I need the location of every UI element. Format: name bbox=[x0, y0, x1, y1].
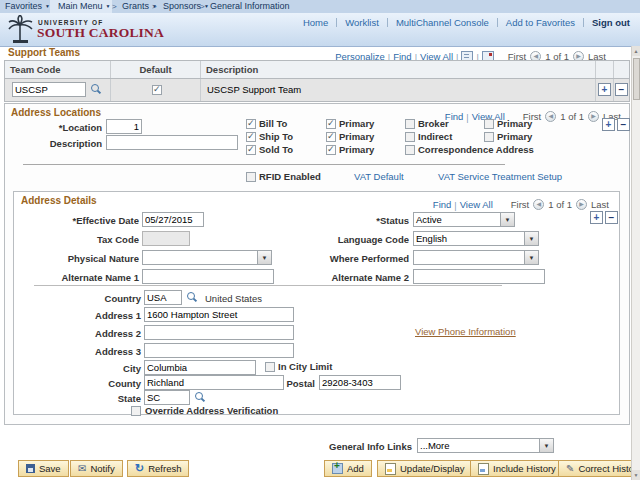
indirect-primary-checkbox[interactable] bbox=[484, 132, 494, 142]
correct-history-button[interactable]: Correct History bbox=[558, 460, 640, 477]
broker-primary-checkbox[interactable] bbox=[484, 119, 494, 129]
language-code-dropdown[interactable]: English bbox=[413, 231, 539, 246]
effective-date-input[interactable] bbox=[142, 212, 204, 227]
home-link[interactable]: Home bbox=[303, 17, 328, 28]
prev-page-icon[interactable] bbox=[533, 199, 544, 210]
address-details-title: Address Details bbox=[21, 195, 97, 206]
location-description-input[interactable] bbox=[106, 135, 238, 150]
refresh-button[interactable]: Refresh bbox=[127, 460, 189, 477]
postal-input[interactable] bbox=[319, 375, 401, 390]
sold-to-checkbox[interactable] bbox=[246, 145, 256, 155]
ship-primary-label: Primary bbox=[339, 131, 374, 142]
worklist-link[interactable]: Worklist bbox=[345, 17, 379, 28]
general-info-links-dropdown[interactable]: ...More bbox=[417, 438, 554, 453]
country-lookup-magnifier-icon[interactable] bbox=[187, 292, 198, 303]
add-to-favorites-link[interactable]: Add to Favorites bbox=[506, 17, 575, 28]
override-address-verification-checkbox[interactable] bbox=[131, 406, 141, 416]
find-link[interactable]: Find bbox=[433, 199, 451, 210]
separator bbox=[451, 195, 459, 213]
view-phone-information-link[interactable]: View Phone Information bbox=[415, 326, 516, 337]
bill-primary-label: Primary bbox=[339, 118, 374, 129]
support-teams-grid: Team Code Default Description USCSP Supp… bbox=[4, 60, 630, 102]
view-all-link[interactable]: View All bbox=[460, 199, 493, 210]
state-lookup-magnifier-icon[interactable] bbox=[195, 392, 206, 403]
address3-input[interactable] bbox=[144, 343, 294, 358]
city-label: City bbox=[43, 363, 141, 374]
alternate-name2-input[interactable] bbox=[413, 269, 545, 284]
multichannel-console-link[interactable]: MultiChannel Console bbox=[396, 17, 489, 28]
bill-to-checkbox[interactable] bbox=[246, 119, 256, 129]
where-performed-dropdown[interactable] bbox=[413, 250, 539, 265]
next-page-icon[interactable] bbox=[576, 199, 587, 210]
city-input[interactable] bbox=[144, 360, 256, 375]
vat-service-treatment-setup-link[interactable]: VAT Service Treatment Setup bbox=[438, 171, 562, 182]
team-code-cell bbox=[5, 79, 111, 101]
remove-address-row-button[interactable]: − bbox=[605, 211, 618, 224]
default-cell bbox=[111, 79, 201, 101]
rfid-enabled-checkbox[interactable] bbox=[246, 172, 256, 182]
dropdown-arrow-icon[interactable] bbox=[500, 213, 514, 226]
sign-out-link[interactable]: Sign out bbox=[592, 17, 630, 28]
language-code-value: English bbox=[414, 232, 524, 245]
favorites-menu[interactable]: Favorites bbox=[5, 0, 50, 13]
status-dropdown[interactable]: Active bbox=[413, 212, 515, 227]
ship-to-checkbox[interactable] bbox=[246, 132, 256, 142]
dropdown-arrow-icon[interactable] bbox=[524, 251, 538, 264]
correspondence-address-checkbox[interactable] bbox=[405, 145, 415, 155]
address3-label: Address 3 bbox=[43, 346, 141, 357]
physical-nature-dropdown[interactable] bbox=[142, 250, 272, 265]
include-history-button[interactable]: Include History bbox=[470, 460, 564, 477]
broker-label: Broker bbox=[418, 118, 449, 129]
add-button[interactable]: Add bbox=[324, 460, 372, 477]
header-links: Home Worklist MultiChannel Console Add t… bbox=[303, 17, 630, 28]
address-details-pagination: First 1 of 1 Last bbox=[511, 199, 609, 210]
save-label: Save bbox=[39, 463, 61, 474]
state-input[interactable] bbox=[144, 390, 190, 405]
column-header-team-code: Team Code bbox=[5, 61, 111, 78]
dropdown-arrow-icon[interactable] bbox=[539, 439, 553, 452]
dropdown-arrow-icon[interactable] bbox=[524, 232, 538, 245]
update-display-button[interactable]: Update/Display bbox=[377, 460, 472, 477]
add-address-row-button[interactable]: + bbox=[590, 211, 603, 224]
ship-primary-checkbox[interactable] bbox=[326, 132, 336, 142]
address1-input[interactable] bbox=[144, 307, 294, 322]
language-code-label: Language Code bbox=[289, 234, 409, 245]
scrollbar-thumb[interactable] bbox=[633, 58, 640, 100]
description-label: Description bbox=[22, 138, 102, 149]
indirect-label: Indirect bbox=[418, 131, 452, 142]
south-carolina-text: SOUTH CAROLINA bbox=[37, 25, 164, 41]
scroll-up-arrow-icon[interactable] bbox=[632, 46, 640, 56]
add-row-button[interactable]: + bbox=[598, 83, 611, 96]
country-label: Country bbox=[43, 293, 141, 304]
dropdown-arrow-icon[interactable] bbox=[257, 251, 271, 264]
add-location-button[interactable]: + bbox=[602, 118, 615, 131]
in-city-limit-checkbox[interactable] bbox=[265, 362, 275, 372]
breadcrumb-separator: > bbox=[200, 0, 205, 13]
sold-primary-checkbox[interactable] bbox=[326, 145, 336, 155]
broker-primary-label: Primary bbox=[497, 118, 532, 129]
broker-checkbox[interactable] bbox=[405, 119, 415, 129]
vat-default-link[interactable]: VAT Default bbox=[354, 171, 404, 182]
add-plus-icon bbox=[332, 463, 343, 474]
indirect-checkbox[interactable] bbox=[405, 132, 415, 142]
next-page-icon[interactable] bbox=[588, 111, 599, 122]
country-input[interactable] bbox=[144, 290, 182, 305]
team-code-input[interactable] bbox=[12, 82, 86, 97]
address2-input[interactable] bbox=[144, 325, 294, 340]
notify-button[interactable]: Notify bbox=[70, 460, 123, 477]
usc-palmetto-logo-icon bbox=[7, 15, 34, 44]
notify-label: Notify bbox=[90, 463, 114, 474]
remove-location-button[interactable]: − bbox=[617, 118, 630, 131]
team-code-lookup-magnifier-icon[interactable] bbox=[91, 84, 102, 95]
main-menu[interactable]: Main Menu bbox=[58, 0, 110, 13]
default-checkbox[interactable] bbox=[152, 85, 162, 95]
location-input[interactable] bbox=[106, 119, 142, 134]
remove-row-button[interactable]: − bbox=[615, 83, 628, 96]
save-button[interactable]: Save bbox=[18, 460, 69, 477]
alternate-name1-input[interactable] bbox=[142, 269, 274, 284]
prev-page-icon[interactable] bbox=[545, 111, 556, 122]
vertical-scrollbar[interactable] bbox=[631, 46, 640, 480]
separator bbox=[583, 18, 584, 27]
scroll-down-arrow-icon[interactable] bbox=[632, 470, 640, 480]
bill-primary-checkbox[interactable] bbox=[326, 119, 336, 129]
